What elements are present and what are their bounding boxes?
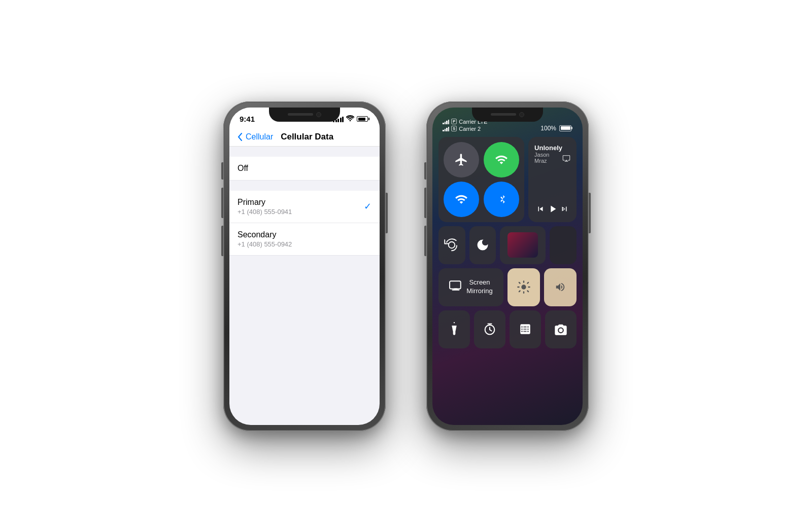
cellular-button[interactable]: [484, 142, 519, 178]
svg-point-2: [521, 285, 526, 289]
timer-button[interactable]: [474, 310, 505, 348]
music-artist: Jason Mraz: [534, 152, 562, 164]
screen-mirroring-icon: [449, 280, 462, 294]
battery-icon: [357, 116, 369, 122]
carrier2-signal-icon: [443, 126, 449, 131]
do-not-disturb-button[interactable]: [469, 226, 496, 264]
item-secondary-label: Secondary: [238, 230, 292, 239]
music-title: Unlonely: [534, 144, 562, 152]
item-primary-number: +1 (408) 555-0941: [238, 208, 292, 216]
music-controls: [534, 203, 570, 217]
rewind-button[interactable]: [535, 204, 546, 216]
notch: [269, 108, 340, 122]
control-center-grid: Unlonely Jason Mraz: [432, 134, 583, 351]
svg-point-0: [449, 242, 455, 249]
list-item[interactable]: Primary +1 (408) 555-0941 ✓: [229, 191, 380, 223]
power-button[interactable]: [386, 193, 388, 233]
carrier1-badge: P: [451, 119, 457, 124]
carrier1-signal-icon: [443, 119, 449, 124]
extra-button[interactable]: [550, 226, 577, 264]
power-button[interactable]: [589, 193, 591, 233]
iphone-cellular: 9:41: [223, 101, 386, 431]
carrier2-badge: S: [451, 126, 457, 131]
music-panel: Unlonely Jason Mraz: [528, 137, 577, 222]
section-gap: [229, 181, 380, 191]
cc-mid-row: [438, 226, 577, 264]
volume-button[interactable]: [544, 268, 577, 306]
wifi-button[interactable]: [444, 182, 479, 217]
speaker: [288, 113, 313, 116]
volume-down-button[interactable]: [424, 226, 426, 256]
front-camera: [316, 112, 321, 117]
play-button[interactable]: [547, 203, 558, 217]
back-label: Cellular: [246, 132, 273, 141]
cc-status-right: 100%: [540, 125, 572, 132]
flashlight-button[interactable]: [438, 310, 470, 348]
phone1-screen: 9:41: [229, 108, 380, 425]
cc-bottom-row: [438, 310, 577, 348]
volume-down-button[interactable]: [221, 226, 223, 256]
phone2-screen: P Carrier LTE S Carrier 2 100%: [432, 108, 583, 425]
screen-mirroring-button[interactable]: ScreenMirroring: [438, 268, 503, 306]
bluetooth-button[interactable]: [484, 182, 519, 217]
front-camera: [519, 112, 524, 117]
volume-up-button[interactable]: [221, 188, 223, 218]
carrier2-name: Carrier 2: [459, 126, 481, 132]
item-secondary-number: +1 (408) 555-0942: [238, 240, 292, 248]
fast-forward-button[interactable]: [559, 204, 570, 216]
brightness-button[interactable]: [507, 268, 540, 306]
screen-mirroring-label: ScreenMirroring: [466, 278, 492, 296]
focus-button[interactable]: [500, 226, 546, 264]
item-primary-label: Primary: [238, 198, 292, 207]
volume-up-button[interactable]: [424, 188, 426, 218]
cc-top-row: Unlonely Jason Mraz: [438, 137, 577, 222]
section-gap: [229, 147, 380, 157]
svg-rect-1: [450, 281, 461, 289]
iphone-control-center: P Carrier LTE S Carrier 2 100%: [426, 101, 589, 431]
airplay-icon[interactable]: [562, 154, 570, 164]
status-time: 9:41: [240, 115, 255, 123]
item-off-label: Off: [238, 164, 248, 173]
airplane-mode-button[interactable]: [444, 142, 479, 178]
calculator-button[interactable]: [510, 310, 541, 348]
list-item[interactable]: Secondary +1 (408) 555-0942: [229, 223, 380, 256]
camera-button[interactable]: [545, 310, 577, 348]
battery-percent: 100%: [540, 125, 556, 132]
back-button[interactable]: Cellular: [238, 132, 273, 141]
connectivity-panel: [438, 137, 524, 222]
wifi-icon: [346, 115, 354, 123]
cc-mirror-row: ScreenMirroring: [438, 268, 577, 306]
navigation-bar: Cellular Cellular Data: [229, 128, 380, 147]
carrier2-row: S Carrier 2: [443, 126, 487, 132]
notch: [472, 108, 543, 122]
page-title: Cellular Data: [273, 132, 341, 142]
list-item[interactable]: Off: [229, 157, 380, 181]
speaker: [491, 113, 516, 116]
rotation-lock-button[interactable]: [438, 226, 465, 264]
checkmark-icon: ✓: [364, 201, 371, 212]
svg-point-4: [559, 329, 562, 332]
battery-icon: [559, 125, 572, 131]
